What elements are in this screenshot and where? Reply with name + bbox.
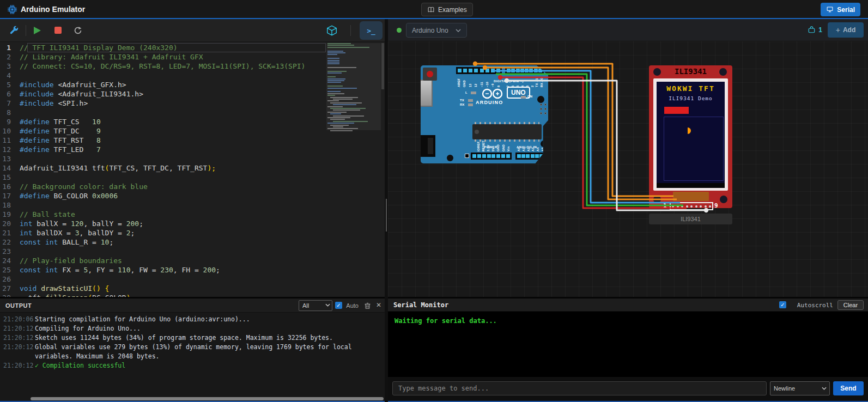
tft-pin[interactable] — [709, 205, 711, 208]
pin[interactable] — [501, 154, 505, 158]
code-line[interactable]: 7#include <SPI.h> — [0, 99, 326, 108]
pin[interactable] — [469, 69, 472, 72]
splitter-handle[interactable] — [386, 199, 387, 232]
arduino-uno-board[interactable]: DIGITAL (PWM ~) L TX RX ARDUINO UNO ON P… — [421, 65, 548, 163]
digital-header-high[interactable] — [456, 67, 502, 74]
pin[interactable] — [491, 69, 495, 72]
pin[interactable] — [480, 69, 484, 72]
tft-pin[interactable] — [681, 205, 683, 208]
code-line[interactable]: 1// TFT ILI9341 Display Demo (240x320) — [0, 43, 326, 52]
code-line[interactable]: 9#define TFT_CS 10 — [0, 117, 326, 126]
pin[interactable] — [521, 154, 525, 158]
code-line[interactable]: 22const int BALL_R = 10; — [0, 237, 326, 247]
digital-header-low[interactable] — [505, 67, 544, 74]
code-line[interactable]: 23 — [0, 247, 326, 256]
code-lines[interactable]: 1// TFT ILI9341 Display Demo (240x320)2/… — [0, 43, 326, 297]
code-line[interactable]: 11#define TFT_RST 8 — [0, 136, 326, 145]
pin[interactable] — [534, 69, 538, 72]
serial-toggle-button[interactable]: Serial — [821, 3, 860, 16]
pin[interactable] — [525, 69, 529, 72]
diagram-canvas[interactable]: DIGITAL (PWM ~) L TX RX ARDUINO UNO ON P… — [388, 41, 868, 297]
code-line[interactable]: 8 — [0, 108, 326, 117]
pin[interactable] — [472, 154, 476, 158]
power-header[interactable] — [471, 153, 512, 160]
code-line[interactable]: 5#include <Adafruit_GFX.h> — [0, 80, 326, 89]
code-area[interactable]: 1// TFT ILI9341 Display Demo (240x320)2/… — [0, 42, 385, 297]
restart-button[interactable] — [73, 26, 83, 35]
code-line[interactable]: 20int ballX = 120, ballY = 200; — [0, 219, 326, 228]
pin[interactable] — [487, 154, 491, 158]
pin[interactable] — [539, 154, 543, 158]
code-line[interactable]: 10#define TFT_DC 9 — [0, 126, 326, 136]
pin[interactable] — [458, 69, 462, 72]
pin[interactable] — [516, 69, 520, 72]
tft-pin[interactable] — [695, 205, 697, 208]
tft-pin[interactable] — [690, 205, 693, 208]
output-filter-select[interactable]: All — [299, 300, 332, 311]
pin[interactable] — [477, 154, 481, 158]
pin[interactable] — [529, 69, 533, 72]
tft-pin[interactable] — [672, 205, 674, 208]
vertical-splitter[interactable] — [385, 19, 388, 402]
pin[interactable] — [491, 154, 495, 158]
pin[interactable] — [474, 69, 478, 72]
pin[interactable] — [485, 69, 489, 72]
auto-checkbox[interactable]: ✓ — [335, 302, 342, 309]
add-part-button[interactable]: + Add — [828, 22, 864, 38]
tft-pin[interactable] — [705, 205, 707, 208]
pin[interactable] — [520, 69, 524, 72]
tft-pin[interactable] — [700, 205, 702, 208]
code-line[interactable]: 21int ballDX = 3, ballDY = 2; — [0, 228, 326, 237]
line-ending-select[interactable]: Newline — [770, 381, 830, 395]
trash-icon[interactable] — [363, 301, 372, 310]
pin[interactable] — [506, 154, 510, 158]
3d-view-cube-icon[interactable] — [326, 25, 338, 36]
code-line[interactable]: 2// Library: Adafruit ILI9341 + Adafruit… — [0, 52, 326, 62]
examples-button[interactable]: Examples — [421, 3, 473, 16]
serial-message-input[interactable] — [392, 381, 767, 395]
scrollbar-thumb[interactable] — [381, 43, 384, 89]
code-line[interactable]: 24// Play-field boundaries — [0, 256, 326, 265]
pin[interactable] — [482, 154, 486, 158]
run-button[interactable] — [34, 27, 41, 34]
horizontal-splitter[interactable] — [0, 297, 868, 299]
code-line[interactable]: 25const int FX = 5, FY = 110, FW = 230, … — [0, 265, 326, 275]
code-line[interactable]: 6#include <Adafruit_ILI9341.h> — [0, 89, 326, 99]
terminal-toggle-button[interactable]: >_ — [360, 21, 383, 40]
code-line[interactable]: 27void drawStaticUI() { — [0, 284, 326, 293]
send-button[interactable]: Send — [833, 381, 864, 395]
pin[interactable] — [526, 154, 530, 158]
pin[interactable] — [463, 69, 467, 72]
code-line[interactable]: 4 — [0, 71, 326, 80]
pin[interactable] — [496, 69, 500, 72]
pin[interactable] — [507, 69, 511, 72]
code-line[interactable]: 19// Ball state — [0, 210, 326, 219]
close-icon[interactable]: ✕ — [376, 301, 381, 309]
pin[interactable] — [535, 154, 539, 158]
code-line[interactable]: 13 — [0, 154, 326, 163]
parts-count[interactable]: 1 — [808, 26, 822, 34]
minimap-slider[interactable] — [326, 43, 381, 130]
code-line[interactable]: 26 — [0, 275, 326, 284]
code-line[interactable]: 15 — [0, 173, 326, 182]
ili9341-tft-module[interactable]: ILI9341 WOKWI TFT ILI9341 Demo 1 9 — [649, 65, 732, 208]
code-line[interactable]: 28 tft.fillScreen(BG_COLOR); — [0, 293, 326, 297]
clear-button[interactable]: Clear — [837, 300, 864, 310]
pin[interactable] — [511, 69, 515, 72]
pin[interactable] — [531, 154, 535, 158]
code-line[interactable]: 12#define TFT_LED 7 — [0, 145, 326, 154]
tft-pin[interactable] — [686, 205, 688, 208]
tft-pin[interactable] — [677, 205, 679, 208]
output-horizontal-scrollbar[interactable] — [31, 397, 384, 400]
board-select-dropdown[interactable]: Arduino Uno — [406, 23, 467, 38]
tft-pin-header[interactable] — [670, 202, 713, 210]
analog-header[interactable] — [515, 153, 545, 160]
reset-button[interactable] — [423, 68, 437, 81]
pin[interactable] — [517, 154, 521, 158]
code-line[interactable]: 18 — [0, 200, 326, 210]
pin[interactable] — [538, 69, 542, 72]
code-line[interactable]: 16// Background color: dark blue — [0, 182, 326, 191]
editor-scrollbar[interactable] — [381, 42, 385, 297]
code-line[interactable]: 3// Connect: CS=10, DC/RS=9, RST=8, LED=… — [0, 62, 326, 71]
stop-button[interactable] — [54, 27, 62, 34]
